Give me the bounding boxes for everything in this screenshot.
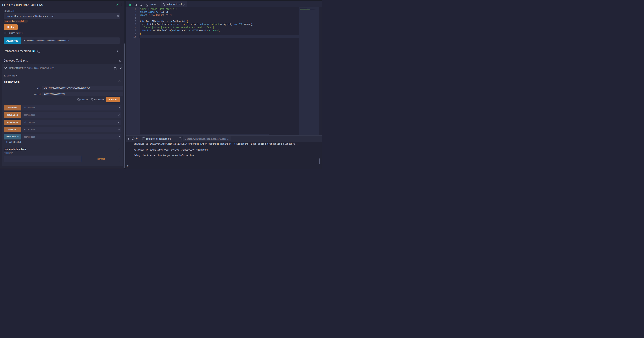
svg-text:i: i bbox=[38, 50, 39, 52]
